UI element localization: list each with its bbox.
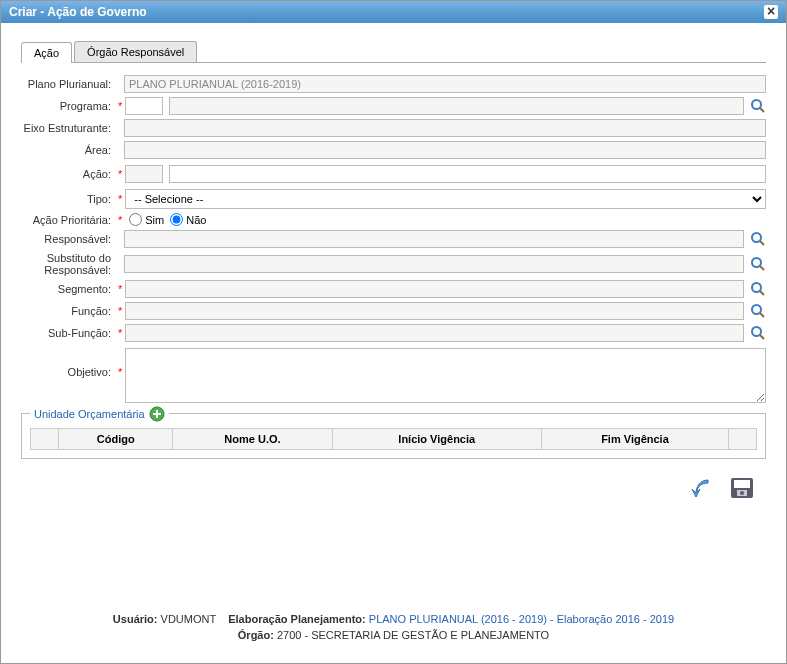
label-eixo: Eixo Estruturante:	[21, 122, 116, 134]
plano-input	[124, 75, 766, 93]
search-icon[interactable]	[750, 98, 766, 114]
objetivo-textarea[interactable]	[125, 348, 766, 403]
search-icon[interactable]	[750, 281, 766, 297]
table-header-blank	[31, 429, 59, 450]
table-header-fim: Fim Vigência	[541, 429, 728, 450]
tab-acao[interactable]: Ação	[21, 42, 72, 63]
footer-orgao: 2700 - SECRETARIA DE GESTÃO E PLANEJAMEN…	[277, 629, 549, 641]
label-tipo: Tipo:	[21, 193, 116, 205]
save-icon[interactable]	[728, 475, 756, 501]
svg-line-5	[760, 266, 764, 270]
back-icon[interactable]	[690, 475, 718, 501]
svg-line-1	[760, 108, 764, 112]
required-marker: *	[118, 214, 122, 226]
required-marker: *	[118, 193, 122, 205]
fieldset-legend: Unidade Orçamentária	[30, 406, 169, 422]
search-icon[interactable]	[750, 256, 766, 272]
required-marker: *	[118, 348, 122, 378]
radio-sim-text: Sim	[145, 214, 164, 226]
svg-point-18	[740, 491, 744, 495]
svg-point-10	[752, 327, 761, 336]
label-subfuncao: Sub-Função:	[21, 327, 116, 339]
responsavel-input	[124, 230, 744, 248]
acao-name-input[interactable]	[169, 165, 766, 183]
required-marker: *	[118, 168, 122, 180]
label-acao: Ação:	[21, 168, 116, 180]
label-segmento: Segmento:	[21, 283, 116, 295]
window-title: Criar - Ação de Governo	[9, 5, 147, 19]
table-header-codigo: Código	[59, 429, 173, 450]
footer: Usuário: VDUMONT Elaboração Planejamento…	[1, 613, 786, 645]
table-header-blank2	[729, 429, 757, 450]
footer-usuario-label: Usuário:	[113, 613, 158, 625]
svg-point-6	[752, 283, 761, 292]
action-bar	[21, 475, 766, 501]
unidade-orcamentaria-fieldset: Unidade Orçamentária Código Nome U.O. In…	[21, 413, 766, 459]
svg-line-7	[760, 291, 764, 295]
svg-line-11	[760, 335, 764, 339]
radio-nao-text: Não	[186, 214, 206, 226]
segmento-input	[125, 280, 744, 298]
footer-elab-link[interactable]: PLANO PLURIANUAL (2016 - 2019) - Elabora…	[369, 613, 674, 625]
content-area: Ação Órgão Responsável Plano Plurianual:…	[1, 23, 786, 511]
acao-code-input	[125, 165, 163, 183]
prioritaria-radio-group: Sim Não	[129, 213, 206, 226]
search-icon[interactable]	[750, 303, 766, 319]
fieldset-legend-text: Unidade Orçamentária	[34, 408, 145, 420]
label-responsavel: Responsável:	[21, 233, 116, 245]
radio-nao-label[interactable]: Não	[170, 213, 206, 226]
tab-orgao-responsavel[interactable]: Órgão Responsável	[74, 41, 197, 62]
funcao-input	[125, 302, 744, 320]
svg-line-3	[760, 241, 764, 245]
required-marker: *	[118, 305, 122, 317]
programa-code-input[interactable]	[125, 97, 163, 115]
close-icon[interactable]: ×	[764, 5, 778, 19]
required-marker: *	[118, 100, 122, 112]
eixo-input	[124, 119, 766, 137]
table-header-inicio: Início Vigência	[332, 429, 541, 450]
footer-orgao-label: Órgão:	[238, 629, 274, 641]
label-plano: Plano Plurianual:	[21, 78, 116, 90]
label-programa: Programa:	[21, 100, 116, 112]
footer-elab-label: Elaboração Planejamento:	[228, 613, 366, 625]
label-substituto: Substituto do Responsável:	[21, 252, 116, 276]
tipo-select[interactable]: -- Selecione --	[125, 189, 766, 209]
subfuncao-input	[125, 324, 744, 342]
radio-sim-label[interactable]: Sim	[129, 213, 164, 226]
table-header-nome: Nome U.O.	[173, 429, 332, 450]
required-marker: *	[118, 327, 122, 339]
label-area: Área:	[21, 144, 116, 156]
programa-name-input	[169, 97, 744, 115]
search-icon[interactable]	[750, 231, 766, 247]
radio-nao[interactable]	[170, 213, 183, 226]
unidade-table: Código Nome U.O. Início Vigência Fim Vig…	[30, 428, 757, 450]
search-icon[interactable]	[750, 325, 766, 341]
svg-line-9	[760, 313, 764, 317]
add-icon[interactable]	[149, 406, 165, 422]
svg-rect-16	[734, 480, 750, 488]
label-funcao: Função:	[21, 305, 116, 317]
svg-point-4	[752, 258, 761, 267]
substituto-input	[124, 255, 744, 273]
label-prioritaria: Ação Prioritária:	[21, 214, 116, 226]
radio-sim[interactable]	[129, 213, 142, 226]
dialog-window: Criar - Ação de Governo × Ação Órgão Res…	[0, 0, 787, 664]
titlebar: Criar - Ação de Governo ×	[1, 1, 786, 23]
tab-strip: Ação Órgão Responsável	[21, 41, 766, 63]
footer-usuario: VDUMONT	[161, 613, 216, 625]
svg-point-8	[752, 305, 761, 314]
svg-point-2	[752, 233, 761, 242]
required-marker: *	[118, 283, 122, 295]
area-input	[124, 141, 766, 159]
label-objetivo: Objetivo:	[21, 348, 116, 378]
svg-point-0	[752, 100, 761, 109]
